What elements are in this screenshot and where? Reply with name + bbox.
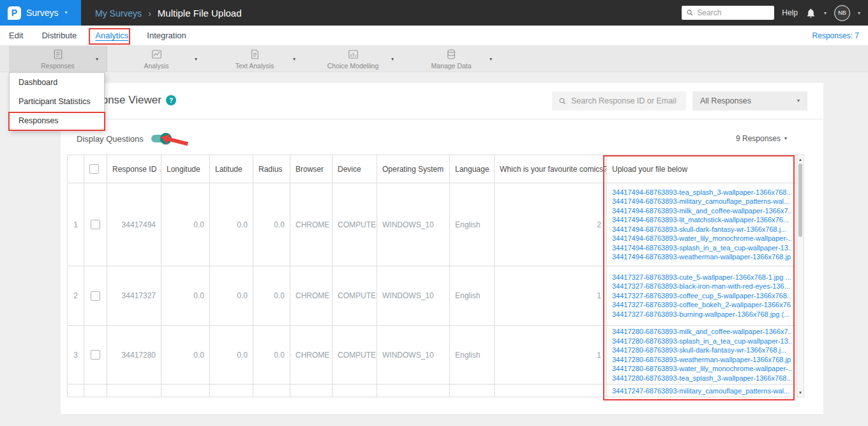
file-link[interactable]: 34417494-68763893-splash_in_a_tea_cup-wa… <box>612 243 791 253</box>
file-link[interactable]: 34417494-68763893-water_lily_monochrome-… <box>612 234 791 243</box>
manage-data-icon <box>445 49 457 61</box>
file-link[interactable]: 34417280-68763893-weatherman-wallpaper-1… <box>612 355 791 365</box>
display-questions-row: Display Questions <box>77 132 170 146</box>
file-link[interactable]: 34417494-68763893-military_camouflage_pa… <box>612 197 791 206</box>
file-link[interactable]: 34417327-68763893-black-iron-man-with-re… <box>612 282 791 291</box>
browser-cell: CHROME <box>290 266 333 326</box>
toolbar-item-label: Text Analysis <box>236 62 274 70</box>
col-header-label: Response ID <box>112 165 156 174</box>
favourite-comics-cell: 1 <box>495 326 607 384</box>
analysis-icon <box>151 49 163 61</box>
col-header-operating-system[interactable]: Operating System <box>377 155 450 183</box>
operating-system-cell: WINDOWS_10 <box>377 183 450 266</box>
file-link[interactable]: 34417494-68763893-milk_and_coffee-wallpa… <box>612 206 791 216</box>
notifications-chevron-icon[interactable]: ▾ <box>824 10 827 16</box>
tab-edit[interactable]: Edit <box>9 31 23 40</box>
global-search[interactable] <box>682 6 774 20</box>
file-link[interactable]: 34417247-68763893-military_camouflage_pa… <box>612 386 791 396</box>
file-link[interactable]: 34417327-68763893-coffee_bokeh_2-wallpap… <box>612 300 791 310</box>
scroll-down-icon[interactable]: ▼ <box>797 390 804 395</box>
toolbar-item-choice-modelling[interactable]: Choice Modelling ▾ <box>304 46 402 72</box>
file-link[interactable]: 34417494-68763893-lit_matchstick-wallpap… <box>612 215 791 225</box>
file-link[interactable]: 34417494-68763893-weatherman-wallpaper-1… <box>612 252 791 262</box>
notifications-bell-icon[interactable] <box>805 8 816 19</box>
responses-count-link[interactable]: Responses: 7 <box>812 31 859 40</box>
surveys-menu[interactable]: P Surveys ▾ <box>0 0 81 26</box>
row-number-cell: 1 <box>68 183 84 266</box>
vertical-scrollbar[interactable]: ▲ ▼ <box>797 155 804 397</box>
help-icon[interactable]: ? <box>166 95 176 105</box>
table-area: Response ID▲ Longitude Latitude Radius B… <box>67 155 804 397</box>
response-id-cell[interactable] <box>107 384 161 398</box>
col-header-latitude[interactable]: Latitude <box>210 155 253 183</box>
col-header-favourite-comics[interactable]: Which is your favourite comics? <box>495 155 607 183</box>
select-all-checkbox[interactable] <box>89 164 99 174</box>
select-all-header <box>84 155 107 183</box>
device-cell: COMPUTER <box>333 326 377 384</box>
app-screen: P Surveys ▾ My Surveys › Multiple File U… <box>0 0 868 426</box>
scroll-up-icon[interactable]: ▲ <box>797 157 804 162</box>
response-id-cell[interactable]: 34417327 <box>107 266 161 326</box>
row-number-cell <box>68 384 84 398</box>
file-link[interactable]: 34417494-68763893-skull-dark-fantasy-wr-… <box>612 225 791 234</box>
responses-summary-dropdown[interactable]: 9 Responses ▾ <box>736 134 787 143</box>
device-cell: COMPUTER <box>333 183 377 266</box>
chevron-down-icon[interactable]: ▾ <box>195 56 197 62</box>
file-link[interactable]: 34417247-68763893-splash_in_a_tea_cup-wa… <box>612 396 791 398</box>
row-checkbox[interactable] <box>91 350 100 360</box>
longitude-cell: 0.0 <box>161 183 210 266</box>
file-link[interactable]: 34417327-68763893-burning-wallpaper-1366… <box>612 310 791 319</box>
global-search-input[interactable] <box>697 8 770 17</box>
chevron-down-icon[interactable]: ▾ <box>490 56 492 62</box>
help-link[interactable]: Help <box>782 8 798 17</box>
chevron-down-icon[interactable]: ▾ <box>96 56 98 62</box>
file-link[interactable]: 34417280-68763893-splash_in_a_tea_cup-wa… <box>612 337 791 346</box>
response-viewer-card: Response Viewer ? All Responses ▾ Displa… <box>61 83 823 414</box>
response-search[interactable] <box>552 91 686 110</box>
user-avatar[interactable]: NB <box>834 5 850 21</box>
toolbar-item-responses[interactable]: Responses ▾ <box>9 46 107 72</box>
file-link[interactable]: 34417327-68763893-coffee_cup_5-wallpaper… <box>612 291 791 301</box>
col-header-radius[interactable]: Radius <box>253 155 290 183</box>
row-checkbox[interactable] <box>91 220 100 229</box>
vertical-scrollbar-thumb[interactable] <box>798 164 802 237</box>
tab-integration[interactable]: Integration <box>147 31 186 40</box>
menu-item-participant-statistics[interactable]: Participant Statistics <box>10 92 104 111</box>
chevron-down-icon[interactable]: ▾ <box>293 56 296 62</box>
response-id-cell[interactable]: 34417280 <box>107 326 161 384</box>
file-link[interactable]: 34417280-68763893-tea_splash_3-wallpaper… <box>612 374 791 383</box>
chevron-down-icon[interactable]: ▾ <box>391 56 394 62</box>
table-row: 1344174940.00.00.0CHROMECOMPUTERWINDOWS_… <box>68 183 797 266</box>
col-header-response-id[interactable]: Response ID▲ <box>107 155 161 183</box>
language-cell: English <box>450 183 495 266</box>
col-header-upload-file[interactable]: Upload your file below <box>607 155 797 183</box>
operating-system-cell: WINDOWS_10 <box>377 266 450 326</box>
account-chevron-icon[interactable]: ▾ <box>858 10 860 16</box>
menu-item-dashboard[interactable]: Dashboard <box>10 73 104 92</box>
col-header-longitude[interactable]: Longitude <box>161 155 210 183</box>
radius-cell: 0.0 <box>253 266 290 326</box>
col-header-browser[interactable]: Browser <box>290 155 333 183</box>
menu-item-responses[interactable]: Responses <box>10 111 104 130</box>
toolbar-item-manage-data[interactable]: Manage Data ▾ <box>402 46 500 72</box>
response-id-cell[interactable]: 34417494 <box>107 183 161 266</box>
tab-distribute[interactable]: Distribute <box>41 31 77 40</box>
file-link[interactable]: 34417494-68763893-tea_splash_3-wallpaper… <box>612 188 791 197</box>
response-search-input[interactable] <box>571 96 680 105</box>
responses-filter-value: All Responses <box>700 96 751 105</box>
responses-filter-dropdown[interactable]: All Responses ▾ <box>692 91 807 110</box>
toolbar-item-analysis[interactable]: Analysis ▾ <box>107 46 206 72</box>
col-header-device[interactable]: Device <box>333 155 377 183</box>
display-questions-toggle[interactable] <box>151 134 170 143</box>
file-link[interactable]: 34417280-68763893-skull-dark-fantasy-wr-… <box>612 346 791 355</box>
file-link[interactable]: 34417280-68763893-milk_and_coffee-wallpa… <box>612 327 791 337</box>
favourite-comics-cell: 2 <box>495 183 607 266</box>
file-link[interactable]: 34417280-68763893-water_lily_monochrome-… <box>612 364 791 374</box>
breadcrumb-my-surveys[interactable]: My Surveys <box>95 8 142 19</box>
toolbar-item-text-analysis[interactable]: Text Analysis ▾ <box>206 46 304 72</box>
responses-table: Response ID▲ Longitude Latitude Radius B… <box>67 155 797 397</box>
file-link[interactable]: 34417327-68763893-cute_5-wallpaper-1366x… <box>612 273 791 282</box>
col-header-language[interactable]: Language <box>450 155 495 183</box>
row-checkbox[interactable] <box>91 291 100 301</box>
tab-analytics[interactable]: Analytics <box>95 31 128 40</box>
